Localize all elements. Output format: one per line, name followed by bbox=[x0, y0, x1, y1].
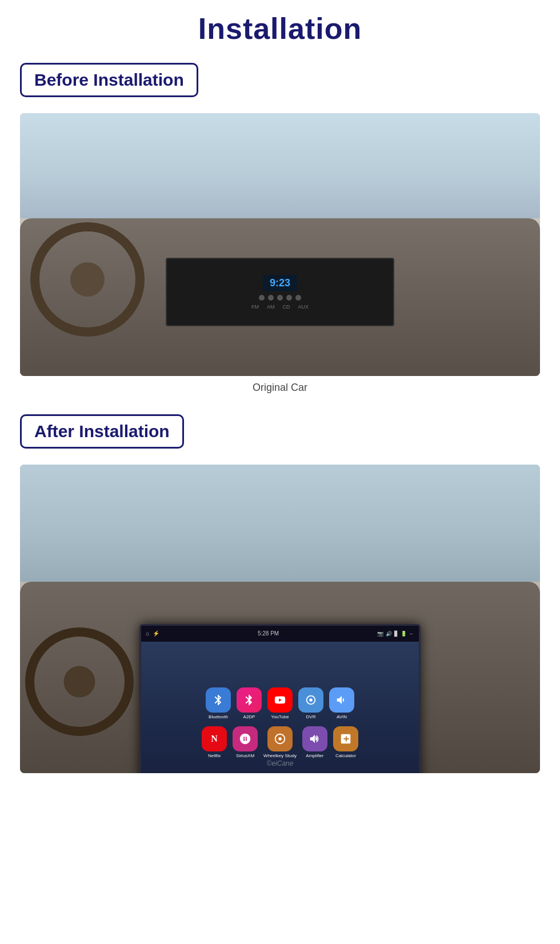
steering-wheel-before bbox=[30, 222, 145, 337]
dvr-app-label: DVR bbox=[306, 714, 316, 719]
wheelkey-app-label: Wheelkey Study bbox=[263, 753, 297, 758]
a2dp-app-icon bbox=[237, 687, 262, 713]
app-dvr[interactable]: DVR bbox=[298, 687, 323, 719]
home-icon[interactable]: ⌂ bbox=[146, 630, 149, 637]
amplifier-app-icon bbox=[302, 726, 327, 751]
page-title: Installation bbox=[20, 11, 540, 46]
calculator-app-label: Calculator bbox=[335, 753, 356, 758]
brand-watermark: ©eiCane bbox=[267, 759, 294, 767]
steering-wheel-after bbox=[25, 627, 134, 736]
before-installation-label: Before Installation bbox=[34, 70, 184, 89]
bluetooth-app-label: Bluetooth bbox=[209, 714, 228, 719]
wheelkey-app-icon bbox=[267, 726, 293, 751]
battery-icon: 🔋 bbox=[401, 631, 407, 637]
original-stereo: 9:23 FMAMCDAUX bbox=[166, 258, 394, 326]
window-area-after bbox=[20, 465, 540, 582]
youtube-app-label: YouTube bbox=[271, 714, 289, 719]
bluetooth-app-icon bbox=[206, 687, 231, 713]
back-icon[interactable]: ← bbox=[409, 631, 414, 637]
avin-app-icon bbox=[329, 687, 354, 713]
android-statusbar: ⌂ ⚡ 5:28 PM 📷 🔊 ▊ 🔋 ← bbox=[141, 626, 418, 642]
before-installation-image: 9:23 FMAMCDAUX bbox=[20, 113, 540, 376]
netflix-app-label: Netflix bbox=[208, 753, 221, 758]
netflix-app-icon: N bbox=[202, 726, 227, 751]
app-wheelkey[interactable]: Wheelkey Study bbox=[263, 726, 297, 758]
app-youtube[interactable]: YouTube bbox=[267, 687, 293, 719]
svg-point-1 bbox=[309, 698, 313, 702]
app-grid-row2: N Netflix SiriusXM bbox=[202, 726, 358, 758]
camera-icon: 📷 bbox=[377, 631, 383, 637]
siriusxm-app-label: SiriusXM bbox=[236, 753, 254, 758]
avin-app-label: AVIN bbox=[337, 714, 347, 719]
calculator-app-icon bbox=[333, 726, 358, 751]
app-grid-row1: Bluetooth A2DP bbox=[206, 687, 354, 719]
android-head-unit[interactable]: ⌂ ⚡ 5:28 PM 📷 🔊 ▊ 🔋 ← bbox=[139, 624, 420, 773]
svg-point-2 bbox=[278, 737, 282, 741]
a2dp-app-label: A2DP bbox=[243, 714, 255, 719]
stereo-buttons bbox=[259, 295, 301, 301]
app-avin[interactable]: AVIN bbox=[329, 687, 354, 719]
after-installation-badge: After Installation bbox=[20, 414, 184, 449]
android-home-screen: Bluetooth A2DP bbox=[141, 642, 418, 773]
siriusxm-app-icon bbox=[233, 726, 258, 751]
window-area bbox=[20, 113, 540, 218]
stereo-display: 9:23 bbox=[263, 275, 297, 291]
status-right: 📷 🔊 ▊ 🔋 ← bbox=[377, 631, 414, 637]
status-left: ⌂ ⚡ bbox=[146, 630, 159, 637]
app-netflix[interactable]: N Netflix bbox=[202, 726, 227, 758]
app-amplifier[interactable]: Amplifier bbox=[302, 726, 327, 758]
before-installation-badge: Before Installation bbox=[20, 63, 198, 97]
app-calculator[interactable]: Calculator bbox=[333, 726, 358, 758]
status-time: 5:28 PM bbox=[258, 630, 279, 637]
volume-icon: 🔊 bbox=[386, 631, 392, 637]
app-a2dp[interactable]: A2DP bbox=[237, 687, 262, 719]
app-siriusxm[interactable]: SiriusXM bbox=[233, 726, 258, 758]
after-installation-label: After Installation bbox=[34, 422, 170, 441]
signal-icon: ▊ bbox=[394, 631, 398, 637]
app-bluetooth[interactable]: Bluetooth bbox=[206, 687, 231, 719]
after-installation-image: ⌂ ⚡ 5:28 PM 📷 🔊 ▊ 🔋 ← bbox=[20, 465, 540, 773]
amplifier-app-label: Amplifier bbox=[306, 753, 323, 758]
before-caption: Original Car bbox=[20, 382, 540, 394]
bluetooth-status-icon: ⚡ bbox=[153, 630, 159, 637]
youtube-app-icon bbox=[267, 687, 293, 713]
dvr-app-icon bbox=[298, 687, 323, 713]
